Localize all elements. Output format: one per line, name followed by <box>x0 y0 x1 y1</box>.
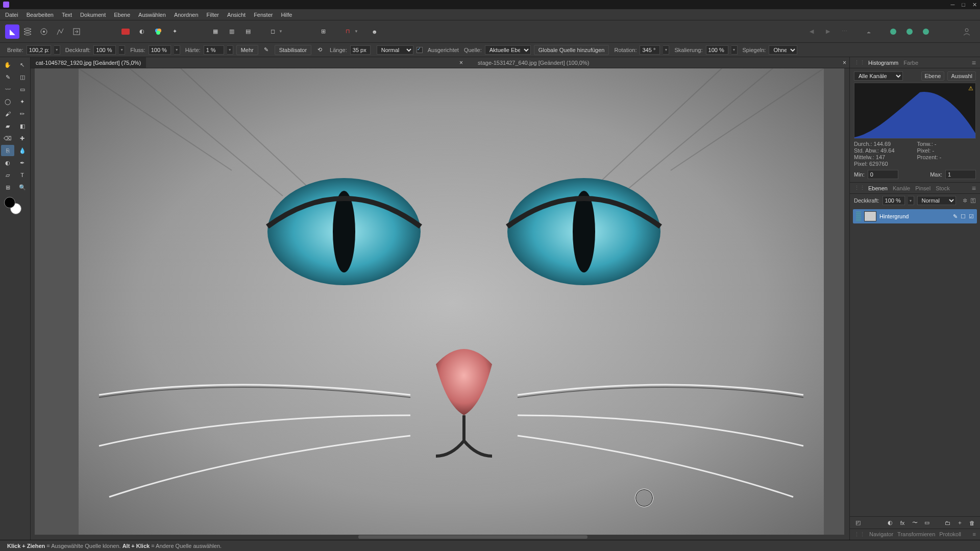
maximize-icon[interactable]: □ <box>962 2 965 8</box>
scrollbar-horizontal[interactable] <box>31 535 849 540</box>
flow-dropdown[interactable]: ▼ <box>174 45 180 55</box>
autolevels-icon[interactable]: ◐ <box>135 24 149 39</box>
tab-transform[interactable]: Transformieren <box>897 531 935 538</box>
align-left-icon[interactable]: ⫠ <box>862 24 876 39</box>
canvas-image[interactable] <box>79 68 824 538</box>
document-tab-1[interactable]: cat-1045782_1920.jpg [Geändert] (75,0%) <box>31 57 146 68</box>
chevron-down-icon[interactable]: ▼ <box>354 29 358 34</box>
pressure-icon[interactable]: ✎ <box>261 45 272 55</box>
brush-tool-icon[interactable]: 🖌 <box>1 108 14 119</box>
layer-fx-icon[interactable]: ✲ <box>963 197 967 204</box>
inpaint-tool-icon[interactable]: ✚ <box>16 133 29 144</box>
text-tool-icon[interactable]: T <box>16 169 29 181</box>
layer-edit-icon[interactable]: ✎ <box>953 213 958 220</box>
rotation-dropdown[interactable]: ▼ <box>663 45 669 55</box>
crop-tool-icon[interactable]: ◫ <box>16 71 29 83</box>
fill-tool-icon[interactable]: ▰ <box>1 120 14 132</box>
autowb-icon[interactable]: ✦ <box>167 24 182 39</box>
opacity-dropdown[interactable]: ▼ <box>119 45 125 55</box>
pen-tool-icon[interactable]: ✒ <box>16 157 29 168</box>
menu-dokument[interactable]: Dokument <box>80 12 106 18</box>
width-dropdown[interactable]: ▼ <box>54 45 60 55</box>
tab-stock[interactable]: Stock <box>936 185 950 191</box>
channel-select[interactable]: Alle Kanäle <box>854 71 903 81</box>
menu-hilfe[interactable]: Hilfe <box>281 12 292 18</box>
stock-3-icon[interactable] <box>919 24 933 39</box>
selection-brush-icon[interactable]: 〰 <box>1 84 14 95</box>
tab-history[interactable]: Protokoll <box>939 531 961 538</box>
persona-develop-icon[interactable] <box>37 24 51 39</box>
layer-link-icon[interactable]: ☐ <box>961 213 966 220</box>
histogram-selection-button[interactable]: Auswahl <box>947 71 976 81</box>
layer-visibility-icon[interactable] <box>856 211 861 221</box>
clone-tool-icon[interactable]: ⎘ <box>1 145 14 156</box>
close-icon[interactable]: ✕ <box>972 2 977 8</box>
panel-menu-icon[interactable]: ≡ <box>972 184 976 192</box>
account-icon[interactable] <box>960 24 974 39</box>
document-tab-2[interactable]: stage-1531427_640.jpg [Geändert] (100,0%… <box>473 57 594 68</box>
rotation-input[interactable] <box>640 45 660 55</box>
view-tool-icon[interactable]: ✎ <box>1 71 14 83</box>
aligned-checkbox[interactable] <box>416 47 423 53</box>
arrange-icon[interactable]: ⊞ <box>316 24 331 39</box>
histogram-layer-button[interactable]: Ebene <box>921 71 945 81</box>
smudge-tool-icon[interactable]: 💧 <box>16 145 29 156</box>
autocolor-icon[interactable] <box>151 24 165 39</box>
assistant-icon[interactable]: ☻ <box>368 24 382 39</box>
swatch-red-icon[interactable] <box>118 24 133 39</box>
stock-1-icon[interactable] <box>886 24 900 39</box>
hardness-input[interactable] <box>204 45 224 55</box>
grid-3-icon[interactable]: ▤ <box>241 24 255 39</box>
min-input[interactable] <box>868 170 898 179</box>
gradient-tool-icon[interactable]: ◧ <box>16 120 29 132</box>
chevron-down-icon[interactable]: ▼ <box>279 29 283 34</box>
flow-input[interactable] <box>149 45 171 55</box>
max-input[interactable] <box>945 170 976 179</box>
layer-row[interactable]: Hintergrund ✎ ☐ ☑ <box>853 209 977 223</box>
panel-grip-icon[interactable]: ⋮⋮ <box>854 531 865 538</box>
menu-auswaehlen[interactable]: Auswählen <box>138 12 166 18</box>
menu-datei[interactable]: Datei <box>5 12 18 18</box>
layer-opacity-dd[interactable]: ▼ <box>908 196 914 205</box>
add-global-source-button[interactable]: Globale Quelle hinzufügen <box>534 45 609 55</box>
fx-icon[interactable]: fx <box>898 519 906 527</box>
grid-1-icon[interactable]: ▦ <box>208 24 223 39</box>
more-button[interactable]: Mehr <box>236 45 258 55</box>
live-filter-icon[interactable]: 〜 <box>911 519 919 527</box>
persona-tone-icon[interactable] <box>53 24 67 39</box>
nav-prev-icon[interactable]: ◀ <box>804 24 819 39</box>
persona-liquify-icon[interactable] <box>20 24 35 39</box>
width-input[interactable] <box>27 45 51 55</box>
add-layer-icon[interactable]: ＋ <box>955 519 964 527</box>
zoom-tool-icon[interactable]: 🔍 <box>16 182 29 193</box>
layer-visible-icon[interactable]: ☑ <box>969 213 974 220</box>
scale-dropdown[interactable]: ▼ <box>731 45 738 55</box>
mask2-icon[interactable]: ▭ <box>923 519 931 527</box>
persona-photo-icon[interactable]: ◣ <box>5 24 19 39</box>
menu-anordnen[interactable]: Anordnen <box>174 12 199 18</box>
hardness-dropdown[interactable]: ▼ <box>227 45 233 55</box>
tab1-close-icon[interactable]: × <box>459 59 463 66</box>
stock-2-icon[interactable] <box>902 24 917 39</box>
tab2-close-icon[interactable]: × <box>843 59 846 66</box>
flood-select-icon[interactable]: ✦ <box>16 96 29 107</box>
nav-more-icon[interactable]: ⋯ <box>837 24 851 39</box>
move-tool-icon[interactable]: ↖ <box>16 59 29 70</box>
tab-navigator[interactable]: Navigator <box>869 531 893 538</box>
menu-bar[interactable]: Datei Bearbeiten Text Dokument Ebene Aus… <box>0 9 980 20</box>
tab-histogram[interactable]: Histogramm <box>868 60 898 66</box>
rope-icon[interactable]: ⟲ <box>314 45 325 55</box>
tab-color[interactable]: Farbe <box>903 60 918 66</box>
eraser-tool-icon[interactable]: ⌫ <box>1 133 14 144</box>
canvas-viewport[interactable]: ＋ <box>31 68 849 540</box>
helper-icon[interactable]: ◻ <box>265 24 280 39</box>
panel-menu-icon[interactable]: ≡ <box>973 531 976 538</box>
layer-lock-icon[interactable]: ⚿ <box>970 197 976 204</box>
minimize-icon[interactable]: ─ <box>951 2 955 8</box>
layer-opacity-input[interactable] <box>883 196 905 205</box>
tab-layers[interactable]: Ebenen <box>868 185 888 191</box>
menu-filter[interactable]: Filter <box>207 12 219 18</box>
length-input[interactable] <box>350 45 371 55</box>
stabilizer-button[interactable]: Stabilisator <box>275 45 311 55</box>
marquee-tool-icon[interactable]: ▭ <box>16 84 29 95</box>
